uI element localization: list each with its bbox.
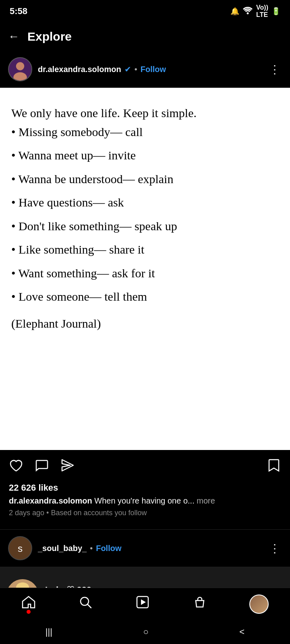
status-time: 5:58 [10, 6, 27, 17]
caption-preview: When you're having one o... [94, 496, 197, 505]
separator: • [135, 65, 137, 74]
home-notification-dot [27, 610, 31, 614]
post-text: We only have one life. Keep it simple. •… [11, 104, 279, 333]
username[interactable]: dr.alexandra.solomon [38, 65, 121, 74]
save-button[interactable] [267, 458, 281, 476]
next-post-header: s _soul_baby_ • Follow ⋮ [0, 529, 290, 567]
post-header: dr.alexandra.solomon ✔ • Follow ⋮ [0, 51, 290, 88]
next-username[interactable]: _soul_baby_ [38, 544, 87, 553]
caption-username[interactable]: dr.alexandra.solomon [9, 496, 92, 505]
gesture-recents-icon[interactable]: < [239, 627, 244, 637]
svg-line-12 [87, 604, 91, 608]
like-button[interactable] [9, 458, 23, 476]
profile-nav-button[interactable] [249, 594, 269, 614]
next-avatar[interactable]: s [8, 536, 32, 560]
svg-rect-4 [9, 58, 31, 80]
svg-text:s: s [18, 543, 23, 554]
next-username-row: _soul_baby_ • Follow [38, 544, 122, 553]
shop-nav-button[interactable] [193, 595, 207, 613]
post-timestamp: 2 days ago [9, 509, 44, 517]
bullet-4: • Have questions— ask [11, 193, 279, 212]
verified-icon: ✔ [124, 64, 131, 74]
top-nav: ← Explore [0, 23, 290, 51]
bullet-3: • Wanna be understood— explain [11, 170, 279, 189]
next-post-header-left: s _soul_baby_ • Follow [8, 536, 122, 560]
comment-button[interactable] [35, 458, 49, 476]
wifi-icon [242, 6, 253, 17]
status-icons: 🔔 Vo))LTE 🔋 [230, 4, 280, 19]
username-row: dr.alexandra.solomon ✔ • Follow [38, 64, 166, 74]
avatar[interactable] [8, 57, 32, 81]
search-nav-button[interactable] [78, 595, 93, 613]
next-more-options-button[interactable]: ⋮ [267, 542, 282, 555]
post-content-area: We only have one life. Keep it simple. •… [0, 88, 290, 450]
bullet-1: • Missing somebody— call [11, 123, 279, 142]
action-icons-row [9, 458, 281, 476]
gesture-back-icon[interactable]: ||| [46, 627, 52, 637]
action-icons-left [9, 458, 75, 476]
caption-row: dr.alexandra.solomon When you're having … [9, 496, 281, 506]
bullet-8: • Love someone— tell them [11, 287, 279, 306]
timestamp-row: 2 days ago • Based on accounts you follo… [9, 509, 281, 517]
bullet-7: • Want something— ask for it [11, 264, 279, 283]
bullet-6: • Like something— share it [11, 240, 279, 259]
gesture-home-icon[interactable]: ○ [143, 627, 149, 637]
back-button[interactable]: ← [8, 30, 19, 43]
username-section: dr.alexandra.solomon ✔ • Follow [38, 64, 166, 74]
based-on-label: Based on accounts you follow [51, 509, 147, 517]
svg-point-0 [247, 12, 249, 14]
reels-nav-button[interactable] [135, 595, 150, 613]
signal-icon: Vo))LTE [256, 4, 268, 19]
alarm-icon: 🔔 [230, 7, 239, 16]
bullet-5: • Don't like something— speak up [11, 217, 279, 236]
page-title: Explore [27, 30, 72, 43]
bottom-nav [0, 588, 290, 620]
next-separator: • [90, 544, 93, 553]
post-intro: We only have one life. Keep it simple. [11, 106, 197, 120]
share-button[interactable] [60, 458, 75, 476]
follow-button[interactable]: Follow [141, 65, 166, 74]
svg-marker-14 [141, 599, 146, 605]
home-nav-button[interactable] [21, 595, 36, 613]
bullet-2: • Wanna meet up— invite [11, 146, 279, 165]
gesture-bar: ||| ○ < [0, 620, 290, 644]
likes-count: 22 626 likes [9, 483, 281, 493]
post-header-left: dr.alexandra.solomon ✔ • Follow [8, 57, 166, 81]
post-actions: 22 626 likes dr.alexandra.solomon When y… [0, 450, 290, 529]
post-source: (Elephant Journal) [11, 314, 279, 333]
caption-more-link[interactable]: more [197, 496, 215, 505]
timestamp-separator: • [46, 509, 51, 517]
next-follow-button[interactable]: Follow [96, 544, 121, 553]
battery-icon: 🔋 [271, 7, 280, 16]
more-options-button[interactable]: ⋮ [267, 63, 282, 76]
status-bar: 5:58 🔔 Vo))LTE 🔋 [0, 0, 290, 23]
